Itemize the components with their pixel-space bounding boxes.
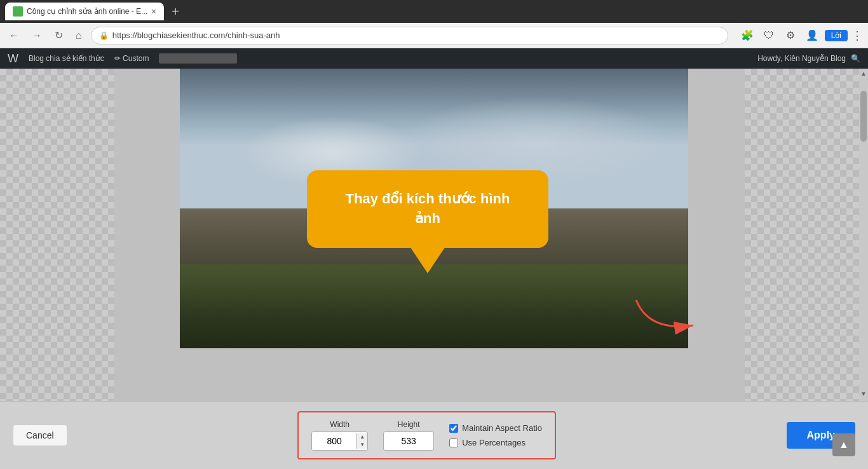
width-input[interactable] <box>312 432 356 450</box>
main-content-area: Thay đổi kích thước hình ảnh ▲ ▼ Cancel <box>0 69 868 469</box>
height-input[interactable] <box>383 432 434 451</box>
new-tab-button[interactable]: + <box>166 4 184 19</box>
height-field-group: Height <box>383 420 434 451</box>
main-image: Thay đổi kích thước hình ảnh <box>180 69 688 348</box>
url-bar[interactable]: 🔒 https://blogchiasekienthuc.com/chinh-s… <box>91 27 728 44</box>
nav-right-icons: 🧩 🛡 ⚙ 👤 Lời ⋮ <box>738 27 863 44</box>
maintain-aspect-label: Maintain Aspect Ratio <box>462 423 542 433</box>
width-spin-down[interactable]: ▼ <box>357 441 367 449</box>
bottom-controls-panel: Cancel Width ▲ ▼ Height <box>0 401 868 469</box>
wp-site-name[interactable]: Blog chia sẻ kiến thức <box>29 54 104 63</box>
wp-logo[interactable]: W <box>8 52 18 65</box>
url-text: https://blogchiasekienthuc.com/chinh-sua… <box>112 31 280 40</box>
wp-user-greeting: Howdy, Kiên Nguyễn Blog <box>757 54 846 63</box>
vegetation-layer <box>180 264 688 348</box>
cancel-button[interactable]: Cancel <box>13 425 67 446</box>
wp-search-icon[interactable]: 🔍 <box>851 54 860 63</box>
width-label: Width <box>330 420 349 429</box>
width-field-group: Width ▲ ▼ <box>311 420 368 451</box>
scroll-up-arrow[interactable]: ▲ <box>859 69 868 78</box>
forward-button[interactable]: → <box>28 27 46 44</box>
scroll-down-arrow[interactable]: ▼ <box>859 389 868 398</box>
extensions-icon[interactable]: 🧩 <box>738 27 756 44</box>
tab-title: Công cụ chỉnh sửa ảnh online - E... <box>27 7 147 16</box>
back-to-top-button[interactable]: ▲ <box>832 433 855 456</box>
lock-icon: 🔒 <box>99 31 109 40</box>
refresh-button[interactable]: ↻ <box>51 27 67 44</box>
browser-menu-button[interactable]: ⋮ <box>851 29 863 43</box>
red-arrow-annotation <box>630 294 706 341</box>
use-percentages-label: Use Percentages <box>462 438 526 447</box>
home-button[interactable]: ⌂ <box>72 27 86 44</box>
wp-customize[interactable]: ✏ Custom <box>114 54 149 63</box>
maintain-aspect-row: Maintain Aspect Ratio <box>449 423 542 433</box>
left-checkerboard <box>0 69 114 401</box>
canvas-area: Thay đổi kích thước hình ảnh ▲ ▼ <box>0 69 868 401</box>
width-spin-up[interactable]: ▲ <box>357 433 367 441</box>
checkboxes-group: Maintain Aspect Ratio Use Percentages <box>449 423 542 447</box>
maintain-aspect-checkbox[interactable] <box>449 424 458 433</box>
height-label: Height <box>398 420 420 429</box>
width-input-wrap: ▲ ▼ <box>311 432 368 451</box>
active-tab[interactable]: Công cụ chỉnh sửa ảnh online - E... × <box>5 3 164 20</box>
callout-bubble: Thay đổi kích thước hình ảnh <box>307 170 548 248</box>
right-checkerboard <box>745 69 859 401</box>
back-button[interactable]: ← <box>5 27 23 44</box>
back-to-top-icon: ▲ <box>839 439 849 451</box>
wp-bar-right: Howdy, Kiên Nguyễn Blog 🔍 <box>757 54 860 63</box>
puzzle-icon[interactable]: ⚙ <box>782 27 799 44</box>
width-spinner: ▲ ▼ <box>356 433 367 449</box>
profile-button[interactable]: Lời <box>825 30 848 41</box>
wp-admin-bar: W Blog chia sẻ kiến thức ✏ Custom Howdy,… <box>0 48 868 69</box>
tab-favicon <box>13 6 23 17</box>
avatar-icon[interactable]: 👤 <box>803 27 821 44</box>
tab-close-button[interactable]: × <box>151 6 156 17</box>
scrollbar[interactable]: ▲ ▼ <box>859 69 868 401</box>
resize-controls-box: Width ▲ ▼ Height Maintain Aspect R <box>297 411 556 459</box>
tab-bar: Công cụ chỉnh sửa ảnh online - E... × + <box>0 0 868 23</box>
use-percentages-row: Use Percentages <box>449 438 542 447</box>
scroll-thumb[interactable] <box>860 91 867 142</box>
wp-blurred-menu <box>159 53 237 64</box>
nav-bar: ← → ↻ ⌂ 🔒 https://blogchiasekienthuc.com… <box>0 23 868 48</box>
callout-text: Thay đổi kích thước hình ảnh <box>346 191 510 226</box>
use-percentages-checkbox[interactable] <box>449 438 458 447</box>
shield-icon[interactable]: 🛡 <box>760 27 778 44</box>
